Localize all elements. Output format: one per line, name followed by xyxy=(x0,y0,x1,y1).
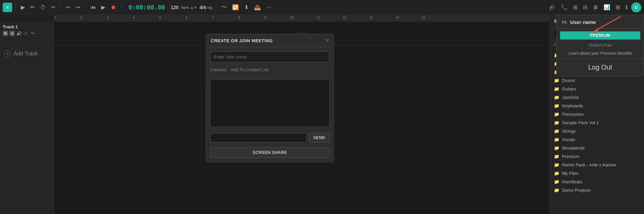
folder-remix-pack-icon: 📁 xyxy=(554,162,559,167)
info-icon[interactable]: ℹ xyxy=(624,3,629,12)
send-button[interactable]: SEND xyxy=(309,133,330,142)
user-greeting: Hi, xyxy=(562,20,567,25)
folder-jamgrid-label: JamGrid xyxy=(562,95,579,100)
avatar[interactable]: U xyxy=(631,2,641,12)
track-headers: Track 1 M S 🔊 ≡ 〜 + Add Track xyxy=(0,22,54,214)
ruler-mark: 8 xyxy=(238,16,240,20)
folder-demo-projects[interactable]: 📁 Demo Projects xyxy=(550,186,644,194)
user-dropdown-header: Hi, User name xyxy=(557,15,644,29)
modal-footer: SEND xyxy=(210,132,330,144)
undo-button[interactable]: ↩ xyxy=(64,3,72,12)
ruler-mark: 4 xyxy=(133,16,135,20)
folder-drums-label: Drums xyxy=(562,78,575,83)
loop-button[interactable]: 🔁 xyxy=(230,3,241,12)
message-input[interactable] xyxy=(210,133,306,142)
cursor-tool[interactable]: ▶ xyxy=(19,3,27,12)
solo-button[interactable]: S xyxy=(9,31,15,36)
user-dropdown: Hi, User name PREMIUM Student Plan Learn… xyxy=(556,15,644,76)
phone-icon[interactable]: 📞 xyxy=(559,3,569,12)
modal-video-area xyxy=(210,80,330,127)
folder-strings[interactable]: 📁 Strings xyxy=(550,127,644,135)
folder-my-files[interactable]: 📁 My Files xyxy=(550,169,644,178)
folder-humbeatz[interactable]: 📁 HumBeatz xyxy=(550,178,644,186)
add-track-area[interactable]: + Add Track xyxy=(0,45,54,62)
connect-button[interactable]: Connect xyxy=(210,66,226,74)
separator-2 xyxy=(60,4,61,11)
mute-button[interactable]: M xyxy=(3,31,8,36)
screen-share-button[interactable]: SCREEN SHARE xyxy=(210,147,330,158)
monitor-icon[interactable]: 🖥 xyxy=(591,3,600,12)
time-signature[interactable]: 4/4 sig xyxy=(199,5,212,10)
premium-badge[interactable]: PREMIUM xyxy=(560,31,640,39)
folder-sample-pack[interactable]: 📁 Sample Pack Vol 1 xyxy=(550,118,644,127)
folder-jamgrid-icon: 📁 xyxy=(554,95,559,100)
folder-my-files-icon: 📁 xyxy=(554,171,559,176)
folder-woodwinds[interactable]: 📁 Woodwinds xyxy=(550,144,644,152)
meeting-modal: CREATE OR JOIN MEETING × Connect Add To … xyxy=(206,34,334,162)
ruler-mark: 11 xyxy=(316,16,320,20)
ruler-mark: 10 xyxy=(290,16,294,20)
folder-remix-pack-label: Remix Pack - Artik x Kacher xyxy=(562,162,616,167)
folder-premium[interactable]: 📁 Premium xyxy=(550,152,644,161)
separator-1 xyxy=(16,4,16,11)
bars-icon[interactable]: 📊 xyxy=(602,3,612,12)
folder-sample-pack-icon: 📁 xyxy=(554,120,559,125)
grid-icon[interactable]: ⊞ xyxy=(571,3,579,12)
waveform-icon[interactable]: 〜 xyxy=(30,31,35,36)
folder-keyboards[interactable]: 📁 Keyboards xyxy=(550,102,644,110)
ruler-mark: 13 xyxy=(369,16,373,20)
modal-title: CREATE OR JOIN MEETING xyxy=(211,38,273,43)
folder-woodwinds-icon: 📁 xyxy=(554,145,559,151)
playhead-time: 0:00:00.00 xyxy=(125,4,169,11)
export-button[interactable]: 📤 xyxy=(252,3,262,12)
separator-3 xyxy=(85,4,85,11)
folder-percussion-label: Percussion xyxy=(562,112,584,117)
scissors-tool[interactable]: ✂ xyxy=(49,3,57,12)
redo-button[interactable]: ↪ xyxy=(74,3,82,12)
ruler-mark: 5 xyxy=(159,16,161,20)
table-icon[interactable]: ⊞ xyxy=(614,3,622,12)
bpm-display[interactable]: 120 bpm ▲▼ xyxy=(171,5,197,10)
folder-woodwinds-label: Woodwinds xyxy=(562,145,585,151)
volume-icon[interactable]: 🔊 xyxy=(16,31,22,36)
grid2-icon[interactable]: ⊟ xyxy=(581,3,589,12)
modal-header: CREATE OR JOIN MEETING × xyxy=(206,34,334,47)
folder-guitars[interactable]: 📁 Guitars xyxy=(550,85,644,93)
ruler-mark: 6 xyxy=(186,16,188,20)
eq-icon[interactable]: ≡ xyxy=(23,31,28,36)
add-track-label: Add Track xyxy=(13,51,38,57)
logout-button[interactable]: Log Out xyxy=(557,59,644,76)
play-button[interactable]: ▶ xyxy=(100,3,107,12)
separator-4 xyxy=(121,4,121,11)
export-midi-button[interactable]: ⬇ xyxy=(243,3,250,12)
track-header: Track 1 M S 🔊 ≡ 〜 xyxy=(0,22,54,45)
folder-vocals[interactable]: 📁 Vocals xyxy=(550,135,644,144)
student-plan-text: Student Plan xyxy=(557,42,644,50)
folder-remix-pack[interactable]: 📁 Remix Pack - Artik x Kacher xyxy=(550,161,644,169)
curve-tool[interactable]: 〜 xyxy=(220,2,228,12)
username-input[interactable] xyxy=(210,51,330,62)
learn-icon[interactable]: 🎓 xyxy=(547,3,557,12)
folder-guitars-label: Guitars xyxy=(562,86,576,91)
track-controls: M S 🔊 ≡ 〜 xyxy=(3,31,51,36)
folder-strings-icon: 📁 xyxy=(554,129,559,134)
folder-jamgrid[interactable]: 📁 JamGrid xyxy=(550,93,644,102)
more-button[interactable]: ⋯ xyxy=(264,3,273,12)
folder-percussion[interactable]: 📁 Percussion xyxy=(550,110,644,118)
folder-sample-pack-label: Sample Pack Vol 1 xyxy=(562,120,599,125)
add-contact-button[interactable]: Add To Contact List xyxy=(230,66,269,74)
clock-tool[interactable]: ⏱ xyxy=(38,3,47,12)
pencil-tool[interactable]: ✏ xyxy=(29,3,36,12)
folder-guitars-icon: 📁 xyxy=(554,86,559,91)
skip-back-button[interactable]: ⏮ xyxy=(89,3,97,12)
folder-drums[interactable]: 📁 Drums xyxy=(550,76,644,85)
folder-keyboards-label: Keyboards xyxy=(562,103,583,108)
folder-keyboards-icon: 📁 xyxy=(554,103,559,108)
record-button[interactable]: ⏺ xyxy=(109,3,118,12)
app-logo[interactable]: ≡ xyxy=(3,3,12,12)
folder-humbeatz-icon: 📁 xyxy=(554,179,559,184)
learn-premium-text[interactable]: Learn about your Premium benefits xyxy=(557,50,644,59)
user-name: User name xyxy=(570,19,596,25)
separator-5 xyxy=(216,4,216,11)
modal-close-button[interactable]: × xyxy=(326,37,329,44)
